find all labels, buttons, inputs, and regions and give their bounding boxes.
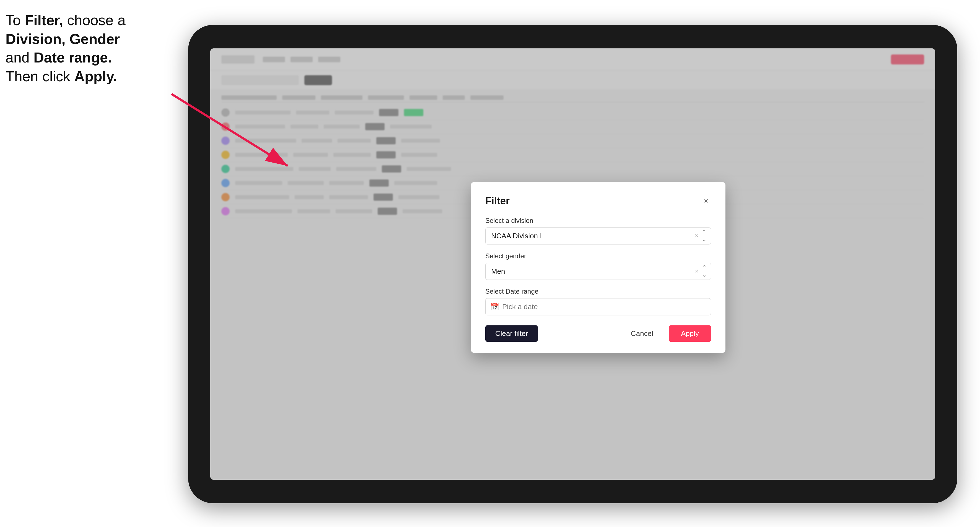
date-range-input[interactable] (485, 298, 711, 315)
apply-button[interactable]: Apply (669, 325, 711, 342)
modal-close-button[interactable]: × (701, 196, 711, 206)
division-select[interactable]: NCAA Division I NCAA Division II NCAA Di… (485, 227, 711, 244)
gender-select[interactable]: Men Women Mixed (485, 263, 711, 280)
instruction-bold2: Division, Gender (6, 31, 120, 47)
gender-form-group: Select gender Men Women Mixed × ⌃⌄ (485, 252, 711, 280)
instruction-block: To Filter, choose a Division, Gender and… (6, 11, 166, 86)
cancel-button[interactable]: Cancel (621, 325, 663, 342)
date-input-wrapper: 📅 (485, 298, 711, 315)
filter-modal: Filter × Select a division NCAA Division… (471, 182, 725, 353)
modal-footer-right: Cancel Apply (621, 325, 711, 342)
instruction-line2: choose a (63, 12, 126, 28)
modal-title: Filter (485, 195, 510, 207)
date-label: Select Date range (485, 287, 711, 295)
tablet-frame: Filter × Select a division NCAA Division… (188, 25, 957, 503)
modal-footer: Clear filter Cancel Apply (485, 325, 711, 342)
instruction-line3: and (6, 49, 33, 65)
instruction-line1: To (6, 12, 25, 28)
division-form-group: Select a division NCAA Division I NCAA D… (485, 217, 711, 244)
instruction-bold3: Date range. (33, 49, 112, 65)
division-label: Select a division (485, 217, 711, 224)
instruction-bold1: Filter, (25, 12, 63, 28)
instruction-bold4: Apply. (75, 68, 117, 84)
gender-label: Select gender (485, 252, 711, 260)
instruction-line4: Then click (6, 68, 75, 84)
tablet-screen: Filter × Select a division NCAA Division… (210, 48, 935, 480)
gender-select-wrapper: Men Women Mixed × ⌃⌄ (485, 263, 711, 280)
modal-header: Filter × (485, 195, 711, 207)
date-form-group: Select Date range 📅 (485, 287, 711, 315)
division-select-wrapper: NCAA Division I NCAA Division II NCAA Di… (485, 227, 711, 244)
gender-clear-icon[interactable]: × (695, 268, 698, 275)
division-clear-icon[interactable]: × (695, 232, 698, 240)
clear-filter-button[interactable]: Clear filter (485, 325, 538, 342)
